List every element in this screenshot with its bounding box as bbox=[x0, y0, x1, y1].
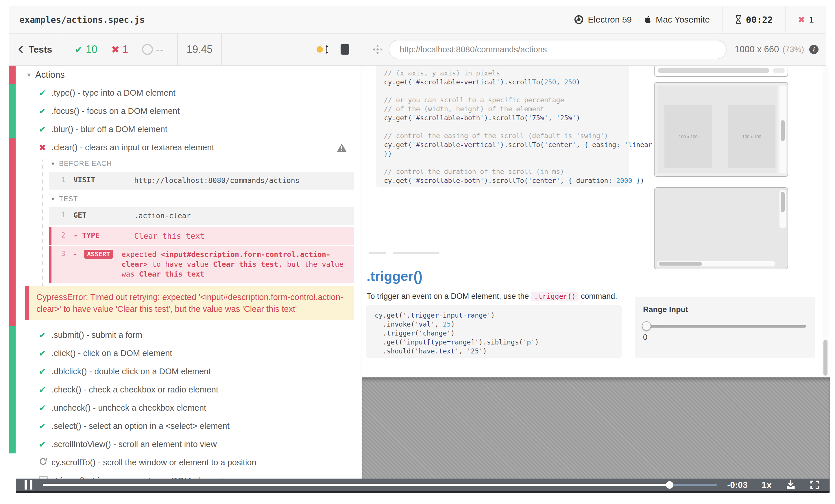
test-title: .dblclick() - double click on a DOM elem… bbox=[52, 367, 211, 376]
trigger-code-block: cy.get('.trigger-input-range') .invoke('… bbox=[366, 305, 622, 358]
seek-thumb[interactable] bbox=[666, 481, 673, 489]
range-input-panel: Range Input 0 bbox=[635, 297, 815, 358]
download-button[interactable] bbox=[786, 480, 796, 490]
test-row[interactable]: ✔.scrollIntoView() - scroll an element i… bbox=[9, 435, 361, 454]
test-row[interactable]: ✔.dblclick() - double click on a DOM ele… bbox=[9, 362, 361, 381]
check-icon: ✔ bbox=[75, 44, 83, 55]
viewport-info-icon[interactable]: i bbox=[809, 45, 818, 54]
test-title: .click() - click on a DOM element bbox=[52, 349, 172, 358]
duration-section: 19.45 bbox=[178, 34, 222, 65]
scrollbar-thumb[interactable] bbox=[781, 120, 785, 141]
failure-x-icon: ✖ bbox=[798, 15, 805, 25]
test-section-header[interactable]: ▾ TEST bbox=[9, 192, 361, 206]
command-row-get[interactable]: 1 GET .action-clear bbox=[49, 207, 354, 225]
placeholder-image: 100 x 100 bbox=[665, 105, 712, 168]
vertical-scrollbar[interactable] bbox=[779, 190, 786, 228]
test-title: cy.scrollTo() - scroll the window or ele… bbox=[52, 458, 257, 467]
horizontal-scrollbar[interactable] bbox=[657, 261, 775, 267]
scrollable-vertical-box[interactable] bbox=[654, 187, 788, 269]
test-title: .check() - check a checkbox or radio ele… bbox=[52, 385, 218, 395]
video-player-bar: -0:03 1x bbox=[16, 479, 830, 493]
horizontal-scrollbar[interactable] bbox=[658, 68, 769, 73]
test-row[interactable]: .trigger() - trigger an event on a DOM e… bbox=[9, 471, 361, 479]
spec-title: examples/actions.spec.js bbox=[9, 15, 562, 25]
scrollbar-thumb[interactable] bbox=[823, 340, 828, 376]
cypress-error-text: CypressError: Timed out retrying: expect… bbox=[37, 291, 346, 315]
aut-url-bar[interactable]: http://localhost:8080/commands/actions bbox=[389, 40, 727, 59]
command-row-type[interactable]: 2 TYPE Clear this text bbox=[49, 227, 354, 245]
browser-os-section: Electron 59 Mac Yosemite bbox=[562, 6, 722, 33]
test-row[interactable]: ✔.select() - select an option in a <sele… bbox=[9, 417, 361, 435]
fullscreen-button[interactable] bbox=[810, 480, 820, 490]
range-value: 0 bbox=[643, 333, 647, 342]
runner-toolbar-right: http://localhost:8080/commands/actions 1… bbox=[362, 34, 826, 66]
aut-page-scrollbar[interactable] bbox=[822, 66, 829, 377]
passed-icon: ✔ bbox=[39, 348, 52, 358]
placeholder-image: 100 x 100 bbox=[728, 105, 775, 168]
pause-button[interactable] bbox=[25, 480, 33, 489]
passed-stat[interactable]: ✔ 10 bbox=[75, 43, 98, 56]
spec-header-bar: examples/actions.spec.js Electron 59 Mac… bbox=[9, 6, 826, 34]
passing-tests-list: ✔.type() - type into a DOM element✔.focu… bbox=[9, 84, 361, 139]
test-row[interactable]: cy.scrollTo() - scroll the window or ele… bbox=[9, 454, 361, 471]
scrollbar-thumb[interactable] bbox=[659, 262, 702, 266]
state-strip bbox=[9, 435, 16, 454]
scrollable-both-box[interactable]: 100 x 100 100 x 100 bbox=[654, 82, 788, 177]
selector-playground-crosshair-icon[interactable] bbox=[372, 44, 383, 55]
range-input-label: Range Input bbox=[643, 305, 688, 314]
viewport-size: 1000 x 660 bbox=[735, 44, 779, 55]
test-row[interactable]: ✔.submit() - submit a form bbox=[9, 326, 361, 344]
up-down-arrow-icon bbox=[325, 44, 329, 54]
back-to-tests-button[interactable]: Tests bbox=[9, 34, 61, 65]
test-row[interactable]: ✔.uncheck() - uncheck a checkbox element bbox=[9, 399, 361, 417]
failed-icon: ✖ bbox=[39, 143, 52, 152]
state-strip bbox=[9, 344, 16, 362]
assert-badge: ASSERT bbox=[84, 250, 113, 259]
test-row[interactable]: ✔.type() - type into a DOM element bbox=[9, 84, 361, 102]
state-strip bbox=[9, 84, 16, 102]
hourglass-icon bbox=[735, 15, 742, 24]
passed-icon: ✔ bbox=[39, 366, 52, 377]
state-strip bbox=[9, 454, 16, 471]
test-title: .type() - type into a DOM element bbox=[52, 88, 176, 98]
state-strip bbox=[9, 381, 16, 399]
test-row[interactable]: ✔.blur() - blur off a DOM element bbox=[9, 120, 361, 139]
auto-scroll-dot-icon bbox=[317, 46, 323, 52]
test-row-failed-clear[interactable]: ✖ .clear() - clears an input or textarea… bbox=[9, 139, 361, 156]
vertical-scrollbar[interactable] bbox=[779, 86, 786, 173]
state-strip bbox=[9, 66, 16, 84]
scrollable-horizontal-box[interactable] bbox=[654, 66, 788, 77]
seek-bar[interactable] bbox=[43, 484, 717, 486]
trigger-section-heading-link[interactable]: .trigger() bbox=[367, 268, 423, 284]
dash: - bbox=[65, 250, 77, 258]
suite-header-actions[interactable]: ▾ Actions bbox=[9, 66, 361, 84]
test-row[interactable]: ✔.click() - click on a DOM element bbox=[9, 344, 361, 362]
test-row[interactable]: ✔.check() - check a checkbox or radio el… bbox=[9, 381, 361, 399]
failed-stat[interactable]: ✖ 1 bbox=[111, 43, 128, 56]
command-row-assert[interactable]: 3 - ASSERT expected <input#description.f… bbox=[49, 246, 354, 283]
runner-toolbar-left: Tests ✔ 10 ✖ 1 -- 19.45 bbox=[9, 34, 362, 66]
os-name: Mac Yosemite bbox=[656, 15, 710, 25]
playback-speed-button[interactable]: 1x bbox=[761, 480, 772, 490]
test-row[interactable]: ✔.focus() - focus on a DOM element bbox=[9, 102, 361, 120]
auto-scroll-toggle[interactable] bbox=[317, 44, 329, 54]
x-icon: ✖ bbox=[111, 44, 120, 55]
warning-triangle-icon[interactable] bbox=[337, 143, 347, 152]
failure-count: 1 bbox=[809, 15, 814, 25]
before-each-header[interactable]: ▾ BEFORE EACH bbox=[9, 156, 361, 170]
test-title: .submit() - submit a form bbox=[52, 330, 142, 340]
scrollable-content: 100 x 100 100 x 100 bbox=[657, 86, 777, 173]
run-duration: 19.45 bbox=[186, 43, 212, 56]
range-slider-thumb[interactable] bbox=[642, 321, 651, 331]
state-strip bbox=[9, 471, 16, 479]
range-slider[interactable] bbox=[643, 325, 806, 328]
scrollbar-thumb[interactable] bbox=[781, 192, 785, 212]
stop-button[interactable] bbox=[341, 44, 349, 55]
test-title: .blur() - blur off a DOM element bbox=[52, 125, 167, 134]
pending-stat[interactable]: -- bbox=[142, 43, 164, 56]
collapse-caret-icon: ▾ bbox=[52, 195, 54, 202]
command-row-visit[interactable]: 1 VISIT http://localhost:8080/commands/a… bbox=[49, 172, 354, 190]
dash bbox=[369, 252, 386, 254]
collapse-caret-icon: ▾ bbox=[52, 160, 54, 167]
passed-icon: ✔ bbox=[39, 385, 52, 395]
